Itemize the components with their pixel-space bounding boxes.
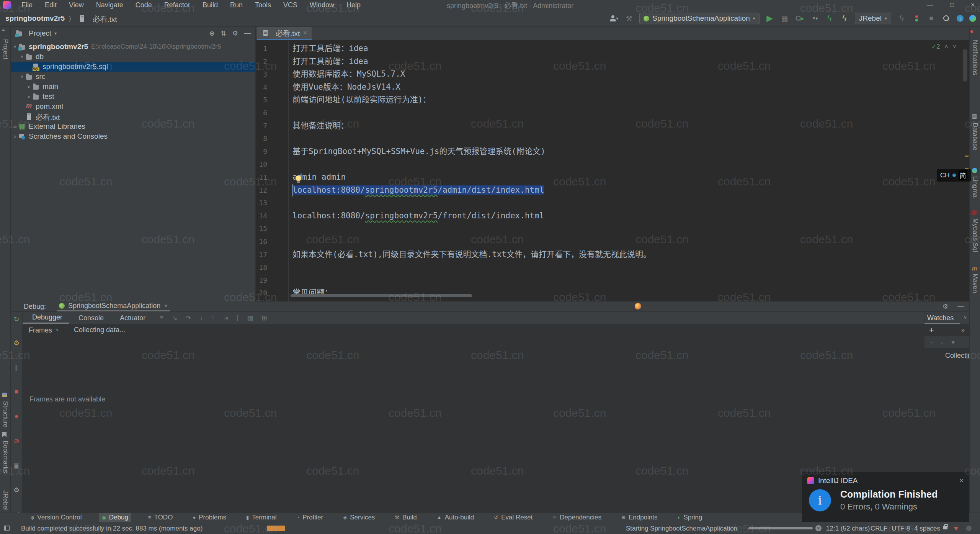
tool-stripe-structure[interactable]: Structure: [2, 401, 9, 428]
editor-body[interactable]: 1 打开工具后端：idea 2 打开工具前端：idea 3 使用数据库版本：My…: [256, 41, 969, 301]
code-line[interactable]: 20 常见问题：: [256, 287, 969, 300]
menu-item[interactable]: Window: [310, 1, 334, 9]
code-line[interactable]: 19: [256, 274, 969, 287]
debug-action-icon[interactable]: ⚙: [11, 486, 22, 494]
build-status-message[interactable]: Build completed successfully in 22 sec, …: [21, 525, 203, 532]
hide-panel-icon[interactable]: —: [957, 303, 964, 311]
prev-problem-icon[interactable]: ˄: [944, 43, 948, 50]
watches-header[interactable]: Watches ˅: [924, 312, 969, 324]
code-line[interactable]: 7 其他备注说明：: [256, 120, 969, 133]
rebel-status-icon[interactable]: [912, 14, 921, 23]
tool-window-button[interactable]: ↺ Eval Reset: [491, 513, 536, 522]
menu-item[interactable]: VCS: [283, 1, 297, 9]
stepper-icon[interactable]: ⇥: [223, 314, 229, 322]
inspection-stripe-mark[interactable]: [965, 156, 969, 157]
stepper-icon[interactable]: ↷: [186, 314, 191, 322]
code-line[interactable]: 17 如果本文件(必看.txt),同级目录文件夹下有说明文档.txt文件，请打开…: [256, 248, 969, 261]
stepper-icon[interactable]: |: [237, 314, 238, 322]
debug-action-icon[interactable]: ⊘: [11, 437, 22, 445]
tool-window-button[interactable]: ● Problems: [189, 513, 229, 522]
indent-indicator[interactable]: 4 spaces: [914, 525, 940, 532]
menu-item[interactable]: File: [21, 1, 33, 9]
tool-window-button[interactable]: ≡ TODO: [145, 513, 176, 522]
more-icon[interactable]: »: [961, 327, 965, 334]
tool-window-button[interactable]: ◔ Profiler: [293, 513, 326, 522]
tool-stripe-database[interactable]: Database: [971, 123, 979, 151]
tree-item[interactable]: ˅ springbootmv2r5 E:\releaseComp\24-10\1…: [11, 42, 255, 52]
tree-item[interactable]: ˃ External Libraries: [11, 121, 255, 131]
menu-item[interactable]: Code: [136, 1, 152, 9]
menu-item[interactable]: View: [69, 1, 84, 9]
debug-action-icon[interactable]: ∥: [11, 364, 22, 372]
tool-window-button[interactable]: ◈ Services: [340, 513, 378, 522]
tree-chevron-icon[interactable]: ˅: [18, 54, 25, 60]
menu-item[interactable]: Help: [346, 1, 361, 9]
toolwindow-switcher-icon[interactable]: [4, 526, 10, 531]
run-coverage-icon[interactable]: C▶: [795, 14, 804, 23]
chevron-down-icon[interactable]: ▾: [54, 31, 57, 36]
vertical-scrollbar[interactable]: [963, 49, 967, 82]
ime-indicator[interactable]: CH 简: [937, 169, 971, 182]
debug-session-tab[interactable]: SpringbootSchemaApplication ×: [57, 301, 170, 311]
jrebel-debug-icon[interactable]: ϟ: [840, 14, 849, 23]
tree-item[interactable]: pom.xml: [11, 102, 255, 111]
inspection-widget[interactable]: ✓2 ˄ ˅: [931, 43, 956, 50]
tree-item[interactable]: ˃ test: [11, 92, 255, 102]
tool-window-button[interactable]: ▲ Auto-build: [434, 513, 477, 522]
tree-item[interactable]: ˃ Scratches and Consoles: [11, 131, 255, 141]
maximize-button[interactable]: □: [950, 1, 954, 9]
debug-action-icon[interactable]: ▣: [11, 462, 22, 470]
gear-icon[interactable]: ⚙: [942, 303, 948, 311]
code-line[interactable]: 5 前端访问地址(以前段实际运行为准)：: [256, 93, 969, 106]
tool-stripe-bookmarks[interactable]: Bookmarks: [2, 441, 9, 473]
expand-collapse-icon[interactable]: ⇅: [221, 29, 226, 38]
tab-close-icon[interactable]: ×: [164, 302, 168, 310]
debug-tab[interactable]: Console: [69, 312, 110, 324]
tool-stripe-notifications[interactable]: Notifications: [971, 40, 979, 75]
profiler-icon[interactable]: ◔▾: [810, 14, 819, 23]
menu-item[interactable]: Edit: [45, 1, 57, 9]
horizontal-scrollbar[interactable]: [291, 294, 472, 297]
tree-item[interactable]: ˃ main: [11, 82, 255, 92]
jrebel-heart-icon[interactable]: ♥: [954, 524, 958, 532]
editor-tab[interactable]: 必看.txt ×: [257, 27, 312, 40]
add-watch-button[interactable]: +: [929, 325, 934, 335]
code-line[interactable]: 16: [256, 235, 969, 248]
stepper-icon[interactable]: ⊞: [261, 314, 267, 322]
stepper-icon[interactable]: ↘: [172, 314, 177, 322]
menu-item[interactable]: Refactor: [164, 1, 190, 9]
filter-caret-icon[interactable]: ▼: [950, 339, 956, 346]
breadcrumb-file[interactable]: 必看.txt: [93, 13, 117, 24]
next-problem-icon[interactable]: ˅: [953, 43, 956, 50]
stepper-icon[interactable]: ▦: [247, 314, 253, 322]
code-line[interactable]: 1 打开工具后端：idea: [256, 42, 969, 55]
menu-item[interactable]: Tools: [255, 1, 271, 9]
tool-window-button[interactable]: ▮ Terminal: [243, 513, 279, 522]
stepper-icon[interactable]: ↓: [200, 314, 203, 322]
tree-chevron-icon[interactable]: ˃: [25, 84, 32, 90]
tab-close-icon[interactable]: ×: [303, 29, 307, 37]
code-line[interactable]: 10: [256, 158, 969, 171]
stepper-icon[interactable]: ≡: [160, 314, 163, 322]
notification-toast[interactable]: IntelliJ IDEA × i Compilation Finished 0…: [802, 472, 969, 522]
tree-chevron-icon[interactable]: ˅: [18, 74, 25, 80]
tool-stripe-maven[interactable]: Maven: [971, 274, 979, 293]
tool-window-button[interactable]: ⊕ Endpoints: [618, 513, 661, 522]
menu-item[interactable]: Build: [203, 1, 218, 9]
run-configuration-select[interactable]: SpringbootSchemaApplication ▾: [639, 13, 760, 24]
locate-file-icon[interactable]: ⊕: [209, 29, 214, 38]
code-line[interactable]: 6: [256, 106, 969, 120]
toast-close-icon[interactable]: ×: [959, 476, 964, 486]
debug-action-icon[interactable]: ■: [11, 388, 22, 396]
code-line[interactable]: 15: [256, 222, 969, 235]
code-line[interactable]: 4 使用Vue版本：NodeJsV14.X: [256, 81, 969, 94]
code-line[interactable]: 11 admin admin: [256, 171, 969, 184]
caret-position[interactable]: 12:1 (52 chars): [826, 525, 870, 532]
encoding-indicator[interactable]: UTF-8: [892, 525, 910, 532]
minimize-button[interactable]: —: [927, 1, 933, 9]
menu-item[interactable]: Navigate: [96, 1, 123, 9]
debug-button[interactable]: ▦: [780, 14, 789, 23]
tool-window-button[interactable]: ⚒ Build: [392, 513, 420, 522]
tree-chevron-icon[interactable]: ˃: [11, 134, 18, 139]
line-ending-indicator[interactable]: CRLF: [871, 525, 887, 532]
